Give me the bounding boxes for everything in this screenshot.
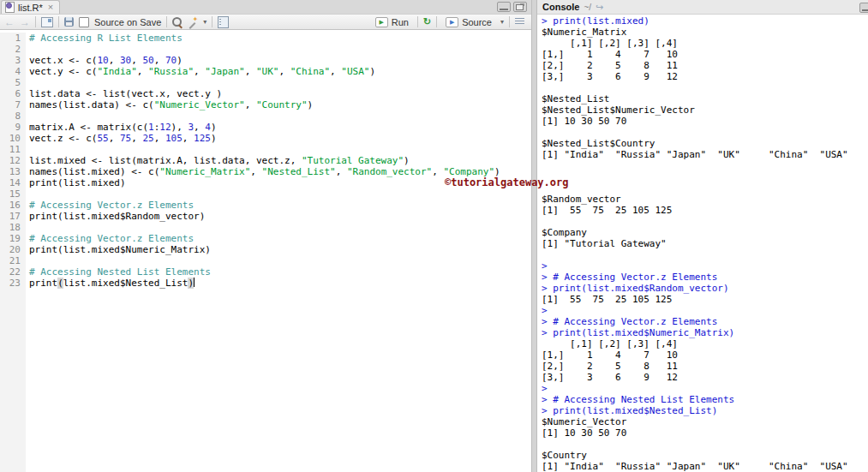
maximize-pane-icon[interactable] <box>513 2 527 12</box>
line-number[interactable]: 5 <box>0 77 21 88</box>
console-line[interactable]: [1] "Tutorial Gateway" <box>542 238 868 249</box>
console-line[interactable]: [1,] 1 4 7 10 <box>542 49 868 60</box>
source-button[interactable]: ▶ Source <box>442 16 495 28</box>
console-line[interactable]: [2,] 2 5 8 11 <box>542 361 868 372</box>
line-number[interactable]: 18 <box>0 222 21 233</box>
compile-notebook-icon[interactable] <box>218 16 229 28</box>
code-line[interactable] <box>29 188 500 200</box>
code-line[interactable]: list.mixed <- list(matrix.A, list.data, … <box>29 155 500 166</box>
console-minimize-icon[interactable] <box>859 3 868 13</box>
console-line[interactable]: [1] "India" "Russia" "Japan" "UK" "China… <box>542 149 868 160</box>
code-line[interactable]: names(list.data) <- c("Numeric_Vector", … <box>29 99 500 111</box>
console-line[interactable] <box>542 249 868 260</box>
code-line[interactable] <box>29 44 500 55</box>
line-number[interactable]: 22 <box>0 266 21 278</box>
console-line[interactable]: > # Accessing Vector.z Elements <box>542 272 868 283</box>
console-line[interactable]: $Nested_List$Country <box>542 138 868 149</box>
code-line[interactable]: print(list.mixed$Nested_List) <box>29 278 500 289</box>
code-line[interactable] <box>29 222 500 233</box>
code-line[interactable]: list.data <- list(vect.x, vect.y ) <box>29 88 500 99</box>
line-number[interactable]: 4 <box>0 66 21 77</box>
document-outline-icon[interactable] <box>515 18 524 26</box>
line-number[interactable]: 3 <box>0 55 21 66</box>
code-line[interactable]: print(list.mixed$Numeric_Matrix) <box>29 244 500 255</box>
console-line[interactable]: $Country <box>542 450 868 461</box>
console-line[interactable] <box>542 216 868 227</box>
run-button[interactable]: ▶ Run <box>372 16 412 28</box>
code-line[interactable]: # Accessing Nested List Elements <box>29 266 500 278</box>
console-line[interactable]: [1] 55 75 25 105 125 <box>542 205 868 216</box>
code-line[interactable] <box>29 77 500 88</box>
line-number[interactable]: 1 <box>0 33 21 44</box>
tab-list-r[interactable]: list.R* × <box>1 0 60 14</box>
line-number[interactable]: 2 <box>0 44 21 55</box>
line-number[interactable]: 12 <box>0 155 21 166</box>
minimize-pane-icon[interactable] <box>497 2 511 12</box>
console-line[interactable]: > # Accessing Nested List Elements <box>542 394 868 405</box>
console-line[interactable] <box>542 439 868 450</box>
console-line[interactable]: [1,] 1 4 7 10 <box>542 350 868 361</box>
line-number[interactable]: 16 <box>0 200 21 211</box>
line-number[interactable]: 15 <box>0 188 21 200</box>
code-line[interactable]: # Accessing R List Elements <box>29 33 500 44</box>
code-line[interactable] <box>29 111 500 122</box>
back-arrow-icon[interactable]: ← <box>4 17 15 27</box>
rerun-icon[interactable]: ↻ <box>423 16 431 27</box>
console-line[interactable] <box>542 171 868 182</box>
console-line[interactable]: $Nested_List <box>542 93 868 105</box>
code-line[interactable]: vect.z <- c(55, 75, 25, 105, 125) <box>29 133 500 144</box>
line-number[interactable]: 20 <box>0 244 21 255</box>
console-goto-directory-icon[interactable]: ↪ <box>596 2 603 13</box>
console-line[interactable]: > <box>542 260 868 272</box>
line-number[interactable]: 10 <box>0 133 21 144</box>
console-line[interactable]: > <box>542 383 868 394</box>
console-line[interactable] <box>542 127 868 138</box>
line-number[interactable]: 8 <box>0 111 21 122</box>
forward-arrow-icon[interactable]: → <box>20 17 30 27</box>
console-line[interactable]: $Numeric_Vector <box>542 416 868 427</box>
console-line[interactable]: [1] 10 30 50 70 <box>542 427 868 439</box>
console-line[interactable]: [,1] [,2] [,3] [,4] <box>542 38 868 49</box>
console-line[interactable] <box>542 82 868 93</box>
console-line[interactable]: [,1] [,2] [,3] [,4] <box>542 338 868 350</box>
line-number[interactable]: 13 <box>0 166 21 177</box>
console-line[interactable]: > # Accessing Vector.z Elements <box>542 316 868 327</box>
console-line[interactable]: > print(list.mixed$Numeric_Matrix) <box>542 327 868 338</box>
console-line[interactable] <box>542 160 868 171</box>
line-number[interactable]: 14 <box>0 177 21 188</box>
line-number[interactable]: 11 <box>0 144 21 155</box>
console-line[interactable] <box>542 182 868 194</box>
code-line[interactable]: vect.y <- c("India", "Russia", "Japan", … <box>29 66 500 77</box>
pane-splitter[interactable] <box>531 0 537 472</box>
console-line[interactable]: $Company <box>542 227 868 238</box>
console-output[interactable]: > print(list.mixed)$Numeric_Matrix [,1] … <box>537 15 868 472</box>
code-line[interactable]: matrix.A <- matrix(c(1:12), 3, 4) <box>29 122 500 133</box>
line-number[interactable]: 9 <box>0 122 21 133</box>
find-replace-icon[interactable] <box>172 17 183 27</box>
line-number-gutter[interactable]: 1234567891011121314151617181920212223 <box>0 33 26 472</box>
code-line[interactable]: vect.x <- c(10, 30, 50, 70) <box>29 55 500 66</box>
console-line[interactable]: > <box>542 305 868 316</box>
code-line[interactable]: # Accessing Vector.z Elements <box>29 200 500 211</box>
code-line[interactable] <box>29 144 500 155</box>
code-tools-wand-icon[interactable]: ✦ <box>188 17 198 27</box>
console-line[interactable]: [3,] 3 6 9 12 <box>542 372 868 383</box>
line-number[interactable]: 23 <box>0 278 21 289</box>
open-new-window-icon[interactable] <box>41 17 53 27</box>
console-line[interactable]: [1] 55 75 25 105 125 <box>542 294 868 305</box>
code-line[interactable]: print(list.mixed$Random_vector) <box>29 211 500 222</box>
console-line[interactable]: [1] "India" "Russia" "Japan" "UK" "China… <box>542 461 868 472</box>
console-line[interactable]: $Numeric_Matrix <box>542 27 868 38</box>
code-line[interactable]: print(list.mixed) <box>29 177 500 188</box>
console-line[interactable]: [2,] 2 5 8 11 <box>542 60 868 71</box>
save-icon[interactable] <box>64 17 74 27</box>
line-number[interactable]: 19 <box>0 233 21 244</box>
line-number[interactable]: 6 <box>0 88 21 99</box>
console-line[interactable]: > print(list.mixed$Random_vector) <box>542 283 868 294</box>
line-number[interactable]: 17 <box>0 211 21 222</box>
code-area[interactable]: # Accessing R List Elementsvect.x <- c(1… <box>26 33 500 472</box>
console-line[interactable]: $Random_vector <box>542 194 868 205</box>
line-number[interactable]: 7 <box>0 99 21 111</box>
line-number[interactable]: 21 <box>0 255 21 266</box>
source-on-save-checkbox[interactable] <box>79 17 89 27</box>
